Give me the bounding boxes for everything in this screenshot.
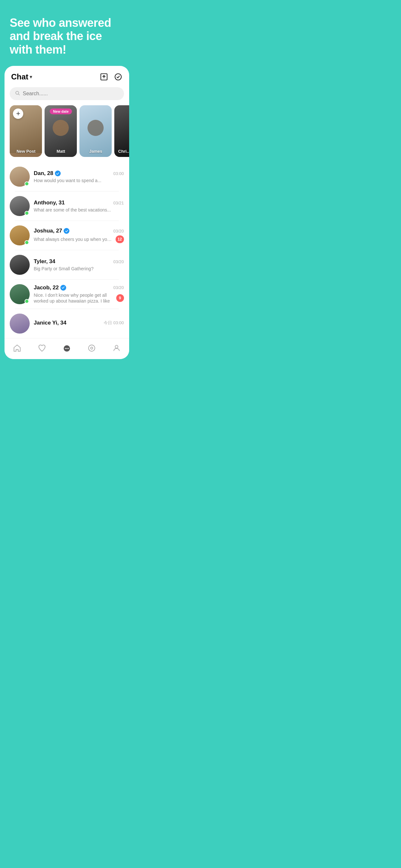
heart-icon [37, 344, 47, 352]
svg-point-6 [65, 348, 66, 349]
avatar-wrap-anthony [10, 196, 30, 216]
chat-content-joshua: Joshua, 27 03/20 What always cheers you … [34, 228, 124, 243]
chat-time-dan: 03:00 [113, 171, 124, 176]
unread-badge-joshua: 12 [116, 236, 124, 243]
nav-profile[interactable] [108, 342, 125, 354]
chat-preview-dan: How would you want to spend a... [34, 178, 124, 183]
chat-item-anthony[interactable]: Anthony, 31 03/21 What are some of the b… [10, 191, 124, 221]
svg-point-3 [16, 91, 19, 94]
chat-name-row-dan: Dan, 28 03:00 [34, 170, 124, 177]
avatar-tyler [10, 255, 30, 275]
hero-title: See who answered and break the ice with … [10, 16, 124, 56]
profile-icon [112, 344, 121, 352]
chat-content-dan: Dan, 28 03:00 How would you want to spen… [34, 170, 124, 183]
search-input[interactable] [23, 91, 119, 97]
chat-title-text: Chat [11, 72, 28, 82]
header-icons [99, 72, 123, 82]
avatar-wrap-janice [10, 314, 30, 334]
app-card: Chat ▾ [4, 66, 129, 359]
chat-name-row-jacob: Jacob, 22 03/20 [34, 284, 124, 291]
compose-button[interactable] [99, 72, 109, 82]
chat-item-jacob[interactable]: Jacob, 22 03/20 Nice. I don't know why p… [10, 280, 124, 309]
nav-home[interactable] [9, 342, 26, 354]
verified-badge-dan [55, 170, 61, 176]
chat-preview-joshua: What always cheers you up when you... 12 [34, 236, 124, 243]
chat-list: Dan, 28 03:00 How would you want to spen… [4, 162, 129, 338]
checkmark-button[interactable] [114, 72, 123, 82]
story-item-james[interactable]: James [80, 105, 112, 157]
chat-bubble-icon [62, 344, 71, 352]
svg-point-7 [66, 348, 67, 349]
story-matt-label: Matt [44, 149, 77, 154]
avatar-wrap-joshua [10, 225, 30, 245]
svg-point-11 [115, 345, 118, 348]
chat-item-tyler[interactable]: Tyler, 34 03/20 Big Party or Small Gathe… [10, 250, 124, 279]
new-date-badge: New date [50, 108, 72, 114]
story-chris-label: Chri... [114, 149, 129, 154]
chat-item-dan[interactable]: Dan, 28 03:00 How would you want to spen… [10, 162, 124, 191]
search-icon [15, 90, 20, 97]
explore-icon [87, 344, 96, 352]
story-james-label: James [80, 149, 112, 154]
chat-name-tyler: Tyler, 34 [34, 258, 55, 265]
chat-time-anthony: 03/21 [113, 200, 124, 206]
svg-point-9 [89, 345, 95, 351]
chat-name-row-joshua: Joshua, 27 03/20 [34, 228, 124, 234]
avatar-janice [10, 314, 30, 334]
avatar-wrap-tyler [10, 255, 30, 275]
home-icon [12, 344, 22, 352]
compose-icon [100, 73, 108, 81]
checkmark-circle-icon [114, 73, 122, 81]
story-row: + New Post New date Matt James Chri... [4, 105, 129, 162]
online-indicator-jacob [25, 299, 29, 304]
chat-item-joshua[interactable]: Joshua, 27 03/20 What always cheers you … [10, 221, 124, 250]
story-new-post-label: New Post [10, 149, 42, 154]
chat-content-tyler: Tyler, 34 03/20 Big Party or Small Gathe… [34, 258, 124, 271]
search-bar[interactable] [10, 87, 124, 100]
chat-content-jacob: Jacob, 22 03/20 Nice. I don't know why p… [34, 284, 124, 304]
nav-likes[interactable] [34, 342, 50, 354]
nav-explore[interactable] [83, 342, 100, 354]
story-item-new-post[interactable]: + New Post [10, 105, 42, 157]
verified-badge-joshua [64, 228, 69, 234]
chat-item-janice[interactable]: Janice Yi, 34 今日 03:00 [10, 309, 124, 338]
svg-point-8 [68, 348, 69, 349]
online-indicator-joshua [25, 240, 29, 245]
online-indicator-dan [25, 182, 29, 186]
chat-dropdown-arrow: ▾ [30, 74, 32, 80]
chat-preview-anthony: What are some of the best vacations... [34, 207, 124, 213]
chat-name-dan: Dan, 28 [34, 170, 60, 177]
svg-point-2 [115, 73, 121, 80]
svg-line-4 [19, 94, 20, 95]
story-item-chris[interactable]: Chri... [114, 105, 129, 157]
verified-badge-jacob [60, 285, 66, 290]
hero-section: See who answered and break the ice with … [0, 0, 134, 66]
nav-chat[interactable] [58, 342, 75, 354]
chat-name-row-tyler: Tyler, 34 03/20 [34, 258, 124, 265]
story-item-matt[interactable]: New date Matt [44, 105, 77, 157]
avatar-wrap-dan [10, 166, 30, 187]
bottom-nav [4, 338, 129, 359]
chat-name-janice: Janice Yi, 34 [34, 320, 66, 326]
chat-name-anthony: Anthony, 31 [34, 199, 65, 206]
chat-time-joshua: 03/20 [113, 228, 124, 234]
chat-content-anthony: Anthony, 31 03/21 What are some of the b… [34, 199, 124, 213]
chat-name-row-janice: Janice Yi, 34 今日 03:00 [34, 320, 124, 326]
svg-point-10 [91, 347, 93, 349]
chat-name-jacob: Jacob, 22 [34, 284, 66, 291]
chat-time-tyler: 03/20 [113, 259, 124, 264]
chat-name-row-anthony: Anthony, 31 03/21 [34, 199, 124, 206]
avatar-wrap-jacob [10, 284, 30, 304]
chat-preview-jacob: Nice. I don't know why people get all wo… [34, 292, 124, 304]
chat-title[interactable]: Chat ▾ [11, 72, 32, 82]
chat-time-jacob: 03/20 [113, 285, 124, 290]
chat-content-janice: Janice Yi, 34 今日 03:00 [34, 320, 124, 328]
chat-name-joshua: Joshua, 27 [34, 228, 69, 234]
chat-preview-tyler: Big Party or Small Gathering? [34, 266, 124, 271]
chat-time-janice: 今日 03:00 [104, 320, 124, 326]
online-indicator-anthony [25, 211, 29, 215]
unread-badge-jacob: 9 [116, 294, 124, 302]
chat-header: Chat ▾ [4, 66, 129, 85]
